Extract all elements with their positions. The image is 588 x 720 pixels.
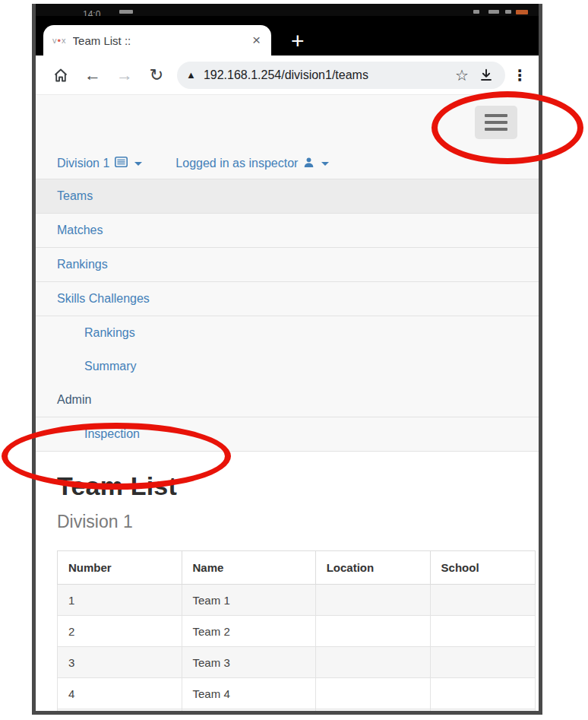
division-dropdown[interactable]: Division 1 bbox=[57, 157, 142, 170]
cell-number: 5 bbox=[58, 709, 182, 715]
cell-number: 4 bbox=[58, 678, 182, 709]
bookmark-star-icon[interactable]: ☆ bbox=[455, 66, 469, 84]
browser-toolbar: ← → ↻ ▲ 192.168.1.254/division1/teams ☆ … bbox=[36, 56, 539, 95]
division-list-icon bbox=[115, 157, 128, 170]
cell-location bbox=[315, 585, 430, 616]
cell-number: 2 bbox=[58, 616, 182, 647]
tab-title: Team List :: bbox=[73, 34, 251, 47]
annotation-circle-hamburger bbox=[432, 91, 583, 164]
address-bar[interactable]: ▲ 192.168.1.254/division1/teams ☆ bbox=[177, 62, 505, 89]
login-status-label: Logged in as inspector bbox=[175, 157, 298, 170]
cell-location bbox=[315, 678, 430, 709]
page-subtitle: Division 1 bbox=[57, 512, 536, 532]
division-label: Division 1 bbox=[57, 157, 109, 170]
table-row: 2 Team 2 bbox=[58, 616, 536, 647]
cell-location bbox=[315, 709, 430, 715]
menu-item-teams[interactable]: Teams bbox=[36, 179, 539, 213]
cell-school bbox=[430, 585, 535, 616]
back-icon[interactable]: ← bbox=[77, 65, 109, 85]
column-header-location: Location bbox=[315, 551, 430, 585]
menu-item-admin[interactable]: Admin bbox=[36, 383, 539, 417]
menu-item-skills-rankings[interactable]: Rankings bbox=[36, 316, 539, 350]
column-header-name: Name bbox=[182, 551, 315, 585]
user-dropdown[interactable]: Logged in as inspector bbox=[175, 157, 329, 171]
reload-icon[interactable]: ↻ bbox=[141, 65, 172, 85]
browser-menu-icon[interactable]: ⋮ bbox=[510, 66, 530, 84]
android-status-bar: 14:0 bbox=[36, 4, 539, 16]
status-signal-icon bbox=[488, 10, 499, 14]
table-row: 4 Team 4 bbox=[58, 678, 536, 709]
column-header-number: Number bbox=[58, 551, 182, 585]
cell-name: Team 2 bbox=[182, 616, 315, 647]
browser-tab-strip: v•x Team List :: × + bbox=[36, 16, 539, 56]
table-row: 1 Team 1 bbox=[58, 585, 536, 616]
page-content: Team List Division 1 Number Name Locatio… bbox=[36, 452, 539, 715]
cell-location bbox=[315, 616, 430, 647]
url-text[interactable]: 192.168.1.254/division1/teams bbox=[204, 68, 450, 82]
table-row: 3 Team 3 bbox=[58, 647, 536, 678]
cell-school bbox=[430, 616, 535, 647]
new-tab-button[interactable]: + bbox=[291, 30, 305, 52]
not-secure-warning-icon: ▲ bbox=[186, 69, 196, 81]
user-icon bbox=[303, 157, 315, 171]
cell-name: Team 5 bbox=[182, 709, 315, 715]
cell-school bbox=[430, 709, 535, 715]
column-header-school: School bbox=[430, 551, 535, 585]
status-wifi-icon bbox=[473, 10, 479, 14]
chevron-down-icon bbox=[321, 162, 329, 166]
nav-menu: Teams Matches Rankings Skills Challenges… bbox=[36, 179, 539, 452]
cell-school bbox=[430, 678, 535, 709]
cell-name: Team 3 bbox=[182, 647, 315, 678]
cell-location bbox=[315, 647, 430, 678]
annotation-circle-inspection bbox=[2, 423, 231, 490]
home-icon[interactable] bbox=[45, 66, 77, 84]
table-header-row: Number Name Location School bbox=[58, 551, 536, 585]
table-row: 5 Team 5 bbox=[58, 709, 536, 715]
status-clock: 14:0 bbox=[83, 9, 100, 16]
download-icon[interactable] bbox=[476, 67, 496, 84]
status-notification-icon bbox=[119, 10, 133, 14]
team-list-table: Number Name Location School 1 Team 1 2 T… bbox=[57, 550, 536, 715]
cell-number: 3 bbox=[58, 647, 182, 678]
menu-item-skills-challenges[interactable]: Skills Challenges bbox=[36, 281, 539, 316]
cell-name: Team 1 bbox=[182, 585, 315, 616]
menu-item-matches[interactable]: Matches bbox=[36, 213, 539, 247]
tab-close-icon[interactable]: × bbox=[251, 32, 262, 49]
menu-item-skills-summary[interactable]: Summary bbox=[36, 350, 539, 383]
forward-icon[interactable]: → bbox=[109, 65, 141, 85]
cell-school bbox=[430, 647, 535, 678]
menu-item-rankings[interactable]: Rankings bbox=[36, 247, 539, 281]
battery-icon bbox=[516, 10, 528, 14]
browser-tab[interactable]: v•x Team List :: × bbox=[43, 25, 271, 56]
status-misc-icon bbox=[505, 10, 511, 14]
site-favicon-icon: v•x bbox=[52, 35, 66, 46]
cell-name: Team 4 bbox=[182, 678, 315, 709]
chevron-down-icon bbox=[134, 162, 142, 166]
cell-number: 1 bbox=[58, 585, 182, 616]
